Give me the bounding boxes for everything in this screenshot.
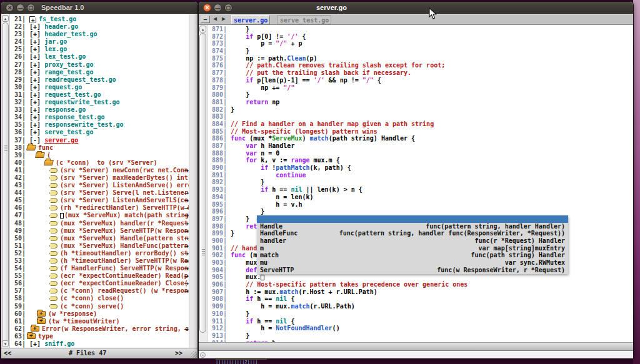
autocomplete-popup[interactable]: Handlefunc(pattern string, handler Handl… [257, 215, 568, 274]
expander-toggle[interactable]: [+] [29, 99, 41, 106]
autocomplete-item[interactable]: muvar sync.RWMutex [257, 259, 568, 267]
code-line[interactable]: 881| return np [208, 99, 633, 106]
speedbar-tag-row[interactable]: 39|( [11, 152, 188, 159]
tag-label[interactable]: (ecr *expectContinueReader) Close() e [60, 280, 198, 287]
speedbar-tag-row[interactable]: 47|(mux *ServeMux) match(path string) Ha… [11, 212, 188, 219]
close-icon[interactable]: ✕ [203, 4, 211, 12]
tag-label[interactable]: (tw *timeoutWriter) [48, 318, 119, 325]
expander-toggle[interactable]: [+] [29, 91, 41, 98]
speedbar-tag-row[interactable]: 52|(h *timeoutHandler) errorBody() strin… [11, 250, 188, 257]
expander-toggle[interactable]: [+] [29, 23, 41, 30]
speedbar-tag-row[interactable]: 56|(ecr *expectContinueReader) Close() e… [11, 280, 188, 287]
code-line[interactable]: 887| var h Handler [208, 142, 633, 150]
code-line[interactable]: 871| } [208, 26, 633, 33]
speedbar-titlebar[interactable]: ✕ — ▢ Speedbar 1.0 [1, 2, 198, 14]
expander-toggle[interactable]: [+] [29, 53, 41, 60]
tag-label[interactable]: (h *timeoutHandler) ServeHTTP(w Respo [60, 257, 198, 264]
speedbar-file-row[interactable]: 28| [+] range_test.go [11, 69, 188, 76]
tag-label[interactable]: (c *conn) readRequest() (w *response, [60, 287, 198, 294]
editor-scrollbar-thumb[interactable] [199, 33, 206, 333]
code-line[interactable]: 908| if h == nil { [208, 295, 633, 303]
code-line[interactable]: 883| [208, 113, 633, 121]
tag-icon[interactable] [49, 281, 58, 286]
speedbar-scrollbar-thumb[interactable] [2, 22, 9, 344]
expander-toggle[interactable]: [-] [29, 137, 41, 144]
code-line[interactable]: 890| if !pathMatch(k, path) { [208, 164, 633, 172]
code-line[interactable]: 873| p = "/" + p [208, 40, 633, 47]
speedbar-file-row[interactable]: 29| [+] readrequest_test.go [11, 76, 188, 84]
tag-icon[interactable] [49, 183, 58, 188]
tag-label[interactable]: (mux *ServeMux) HandleFunc(pattern st [60, 242, 198, 249]
folder-closed-icon[interactable] [37, 318, 46, 324]
code-line[interactable]: 910| } [208, 310, 633, 318]
tag-label[interactable]: (c *conn) close() [60, 295, 124, 302]
tag-label[interactable]: type [38, 333, 53, 340]
code-line[interactable]: 913| } [208, 332, 633, 340]
file-name-link[interactable]: sniff.go [44, 340, 74, 347]
minimize-icon[interactable]: — [16, 4, 24, 12]
tab-forward-icon[interactable]: ▶ [222, 15, 226, 22]
code-line[interactable]: 905| mux. [208, 273, 633, 281]
expander-toggle[interactable]: [+] [29, 31, 41, 37]
expander-toggle[interactable]: [+] [29, 84, 41, 91]
speedbar-tag-row[interactable]: 60|(w *response) [11, 310, 188, 318]
file-name-link[interactable]: request_test.go [44, 91, 101, 98]
folder-open-icon[interactable] [26, 145, 36, 150]
speedbar-file-row[interactable]: 26| [+] lex_test.go [11, 53, 188, 61]
speedbar-file-row[interactable]: 22| [+] header.go [11, 23, 188, 31]
speedbar-tag-row[interactable]: 42|(srv *Server) maxHeaderBytes() int [11, 174, 188, 182]
tag-label[interactable]: Error(w ResponseWriter, error string, c [42, 325, 189, 332]
tab-back-icon[interactable]: ◀ [213, 15, 217, 22]
speedbar-file-row[interactable]: 35| [+] responsewrite_test.go [11, 121, 188, 129]
speedbar-tag-row[interactable]: 38|func [11, 144, 188, 152]
code-line[interactable]: 894| n = len(k) [208, 194, 633, 201]
tag-label[interactable]: (ecr *expectContinueReader) Read(p [] [60, 272, 198, 279]
editor-scrollbar[interactable]: ▲ [199, 25, 208, 342]
scroll-down-icon[interactable]: ▼ [2, 340, 9, 347]
code-line[interactable]: 879| np += "/" [208, 84, 633, 92]
speedbar-page-back[interactable]: << [4, 348, 11, 358]
file-name-link[interactable]: requestwrite_test.go [44, 99, 119, 106]
expander-toggle[interactable]: [+] [29, 106, 41, 113]
speedbar-tag-row[interactable]: 53|(h *timeoutHandler) ServeHTTP(w Respo… [11, 257, 188, 265]
code-line[interactable]: 909| h = mux.match(r.URL.Path) [208, 303, 633, 310]
expander-toggle[interactable]: [+] [29, 38, 41, 45]
speedbar-tag-row[interactable]: 59|(c *conn) serve() [11, 303, 188, 310]
code-line[interactable]: 893| if h == nil || len(k) > n { [208, 186, 633, 194]
speedbar-page-next[interactable]: >> [175, 348, 182, 358]
speedbar-file-row[interactable]: 33| [+] response.go [11, 106, 188, 114]
file-name-link[interactable]: request.go [44, 84, 82, 91]
tag-icon[interactable] [49, 190, 58, 195]
resize-grip[interactable] [191, 352, 197, 358]
speedbar-scrollbar[interactable]: ▲ ▼ [1, 14, 10, 348]
code-line[interactable]: 875| np := path.Clean(p) [208, 55, 633, 62]
folder-closed-icon[interactable] [27, 333, 36, 339]
speedbar-tag-row[interactable]: 57|(c *conn) readRequest() (w *response,… [11, 287, 188, 295]
tag-icon[interactable] [49, 205, 58, 210]
autocomplete-item[interactable]: ServeHTTPfunc(w ResponseWriter, r *Reque… [257, 267, 568, 274]
file-name-link[interactable]: readrequest_test.go [44, 76, 116, 83]
speedbar-tag-row[interactable]: 46|(rh *redirectHandler) ServeHTTP(w Res… [11, 204, 188, 212]
speedbar-file-row[interactable]: 21| fs_test.go [11, 16, 188, 23]
speedbar-file-row[interactable]: 27| [+] proxy_test.go [11, 61, 188, 69]
tag-label[interactable]: (h *timeoutHandler) errorBody() strin [60, 250, 198, 257]
folder-open-icon[interactable] [44, 160, 54, 165]
tag-icon[interactable] [49, 236, 58, 241]
speedbar-file-row[interactable]: 31| [+] request_test.go [11, 91, 188, 99]
file-name-link[interactable]: lex.go [44, 46, 67, 52]
tag-icon[interactable] [49, 229, 58, 234]
code-line[interactable]: 891| continue [208, 172, 633, 179]
file-name-link[interactable]: responsewrite_test.go [44, 121, 123, 128]
speedbar-tag-row[interactable]: 51|(mux *ServeMux) HandleFunc(pattern st… [11, 242, 188, 250]
speedbar-tag-row[interactable]: 44|(srv *Server) Serve(l net.Listener) e… [11, 189, 188, 197]
speedbar-file-row[interactable]: 37| [-] server.go [11, 137, 188, 144]
speedbar-tag-row[interactable]: 49|(mux *ServeMux) ServeHTTP(w ResponseW… [11, 227, 188, 235]
file-expand-icon[interactable] [29, 16, 36, 23]
tag-icon[interactable] [49, 213, 58, 218]
speedbar-tag-row[interactable]: 62|Error(w ResponseWriter, error string,… [11, 325, 188, 333]
minimize-icon[interactable]: — [214, 4, 222, 12]
autocomplete-item[interactable]: handlerfunc(r *Request) Handler [257, 237, 568, 245]
tabbar-hide-button[interactable]: — [201, 16, 210, 23]
code-line[interactable]: 880| } [208, 91, 633, 99]
file-name-link[interactable]: jar.go [44, 38, 67, 45]
